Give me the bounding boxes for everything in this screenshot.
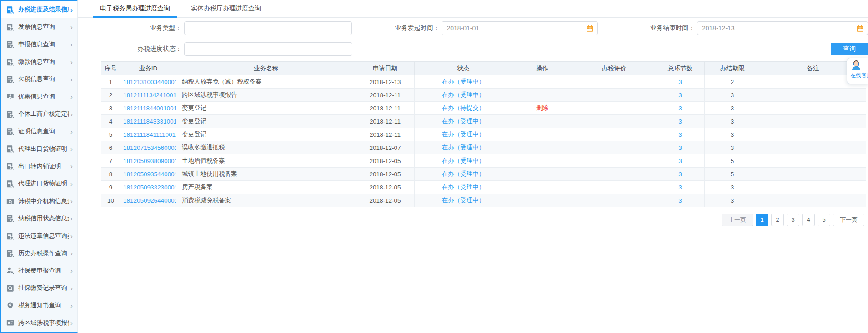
sidebar-item-label: 办税进度及结果信息查询 [18, 5, 69, 14]
sidebar-item-payment-info-query[interactable]: 缴款信息查询 › [1, 53, 77, 70]
sidebar-item-social-insurance-declaration-query[interactable]: 社保费申报查询 › [1, 262, 77, 279]
cell-note [760, 128, 866, 141]
cell-index: 3 [101, 102, 120, 115]
cell-action [512, 181, 572, 194]
sidebar-item-agent-import-goods-cert[interactable]: 代理进口货物证明 › [1, 175, 77, 192]
end-time-input[interactable] [697, 21, 868, 35]
delete-link[interactable]: 删除 [536, 104, 548, 111]
sidebar-item-agent-export-goods-cert[interactable]: 代理出口货物证明 › [1, 140, 77, 158]
business-id-link[interactable]: 1812111844001001 [123, 105, 176, 112]
pagination-prev-button[interactable]: 上一页 [722, 214, 753, 226]
business-id-link[interactable]: 1812050926440001 [123, 197, 176, 204]
cell-index: 10 [101, 194, 120, 207]
business-type-label: 业务类型： [78, 24, 182, 32]
sidebar-item-tax-arrears-query[interactable]: 欠税信息查询 › [1, 70, 77, 88]
cell-business-name: 土地增值税备案 [176, 154, 356, 168]
sidebar-item-cross-region-tax-report-query[interactable]: 跨区域涉税事项报告查询 › [1, 314, 77, 332]
cell-deadline: 5 [705, 154, 760, 168]
cell-index: 6 [101, 141, 120, 154]
cell-total-steps: 3 [656, 168, 705, 181]
cell-apply-date: 2018-12-13 [356, 75, 415, 89]
steps-link[interactable]: 3 [678, 131, 682, 138]
cell-total-steps: 3 [656, 154, 705, 168]
cell-note [760, 168, 866, 181]
cell-status: 在办（受理中） [415, 168, 512, 181]
doc-search-icon [6, 249, 15, 258]
steps-link[interactable]: 3 [678, 171, 682, 178]
chevron-right-icon: › [69, 267, 73, 274]
cell-deadline: 3 [705, 194, 760, 207]
sidebar-item-tax-credit-status-query[interactable]: 纳税信用状态信息查询 › [1, 210, 77, 227]
start-time-input[interactable] [442, 21, 598, 35]
cell-business-id: 1812050938090001 [120, 154, 176, 168]
business-id-link[interactable]: 1812050938090001 [123, 158, 176, 164]
online-customer-service-widget[interactable]: 在线客服 [847, 58, 868, 84]
chevron-right-icon: › [69, 23, 73, 31]
sidebar-item-preferential-info-query[interactable]: 优惠信息查询 › [1, 88, 77, 105]
header-business-id: 业务ID [120, 62, 176, 75]
steps-link[interactable]: 3 [678, 105, 682, 112]
business-id-link[interactable]: 1812050935440001 [123, 171, 176, 178]
sidebar-item-declaration-info-query[interactable]: 申报信息查询 › [1, 36, 77, 53]
sidebar-item-tax-progress-results-query[interactable]: 办税进度及结果信息查询 › [1, 1, 77, 18]
cell-index: 1 [101, 75, 120, 89]
sidebar-nav: 办税进度及结果信息查询 › 发票信息查询 › 申报信息查询 › 缴款信息查询 ›… [0, 0, 78, 333]
cell-business-id: 1812111844001001 [120, 102, 176, 115]
status-text: 在办（受理中） [442, 118, 485, 124]
sidebar-item-label: 社保费申报查询 [18, 267, 61, 275]
tab-physical-tax-hall-progress[interactable]: 实体办税厅办理进度查询 [184, 0, 268, 17]
steps-link[interactable]: 3 [678, 197, 682, 204]
pagination-page-5[interactable]: 5 [818, 214, 830, 226]
app-window: 办税进度及结果信息查询 › 发票信息查询 › 申报信息查询 › 缴款信息查询 ›… [0, 0, 868, 333]
steps-link[interactable]: 3 [678, 79, 682, 85]
steps-link[interactable]: 3 [678, 92, 682, 99]
pagination-page-1[interactable]: 1 [756, 214, 768, 226]
sidebar-item-social-insurance-payment-record-query[interactable]: 社保缴费记录查询 › [1, 279, 77, 297]
cell-business-name: 跨区域涉税事项报告 [176, 89, 356, 102]
pagination-page-4[interactable]: 4 [802, 214, 815, 226]
cell-deadline: 5 [705, 168, 760, 181]
cell-action [512, 141, 572, 154]
pagination-page-2[interactable]: 2 [771, 214, 784, 226]
status-text: 在办（受理中） [442, 170, 485, 177]
pagination-next-button[interactable]: 下一页 [833, 214, 864, 226]
sidebar-item-tax-intermediary-query[interactable]: 涉税中介机构信息查询 › [1, 192, 77, 209]
sidebar-item-historical-tax-operation-query[interactable]: 历史办税操作查询 › [1, 244, 77, 262]
business-id-link[interactable]: 1812050933230001 [123, 184, 176, 191]
business-type-input[interactable] [184, 21, 352, 35]
steps-link[interactable]: 3 [678, 144, 682, 151]
sidebar-item-label: 优惠信息查询 [18, 93, 55, 101]
pagination-page-3[interactable]: 3 [787, 214, 799, 226]
cell-business-id: 1812050935440001 [120, 168, 176, 181]
steps-link[interactable]: 3 [678, 118, 682, 125]
business-id-link[interactable]: 1812071534560001 [123, 144, 176, 151]
progress-status-select[interactable] [184, 42, 352, 56]
steps-link[interactable]: 3 [678, 184, 682, 191]
sidebar-item-certificate-info-query[interactable]: 证明信息查询 › [1, 123, 77, 140]
status-text: 在办（受理中） [442, 78, 485, 85]
calendar-icon[interactable] [586, 25, 594, 32]
steps-link[interactable]: 3 [678, 158, 682, 164]
cell-deadline: 3 [705, 128, 760, 141]
business-id-link[interactable]: 1812111841111001 [123, 131, 176, 138]
chevron-right-icon: › [69, 162, 73, 170]
chevron-right-icon: › [69, 232, 73, 240]
business-id-link[interactable]: 1812131003440001 [123, 79, 176, 85]
filter-row-1: 业务类型： 业务发起时间： 业务结束时间： [78, 21, 868, 35]
sidebar-item-violation-info-query[interactable]: 违法违章信息查询类 › [1, 227, 77, 244]
cell-action [512, 89, 572, 102]
sidebar-item-individual-business-quota-query[interactable]: 个体工商户核定定额信息查询 › [1, 105, 77, 123]
business-id-link[interactable]: 1812111134241001 [123, 92, 176, 99]
business-id-link[interactable]: 1812111843331001 [123, 118, 176, 125]
calendar-icon[interactable] [856, 25, 864, 32]
person-search-icon [6, 266, 15, 275]
search-button[interactable]: 查询 [831, 43, 868, 55]
sidebar-item-export-to-domestic-cert[interactable]: 出口转内销证明 › [1, 158, 77, 175]
cell-business-name: 消费税减免税备案 [176, 194, 356, 207]
sidebar-item-invoice-info-query[interactable]: 发票信息查询 › [1, 18, 77, 35]
sidebar-item-label: 税务通知书查询 [18, 301, 61, 309]
tab-electronic-tax-bureau-progress[interactable]: 电子税务局办理进度查询 [93, 0, 177, 17]
sidebar-item-tax-notice-query[interactable]: 税务通知书查询 › [1, 297, 77, 314]
header-deadline: 办结期限 [705, 62, 760, 75]
cell-status: 在办（受理中） [415, 128, 512, 141]
